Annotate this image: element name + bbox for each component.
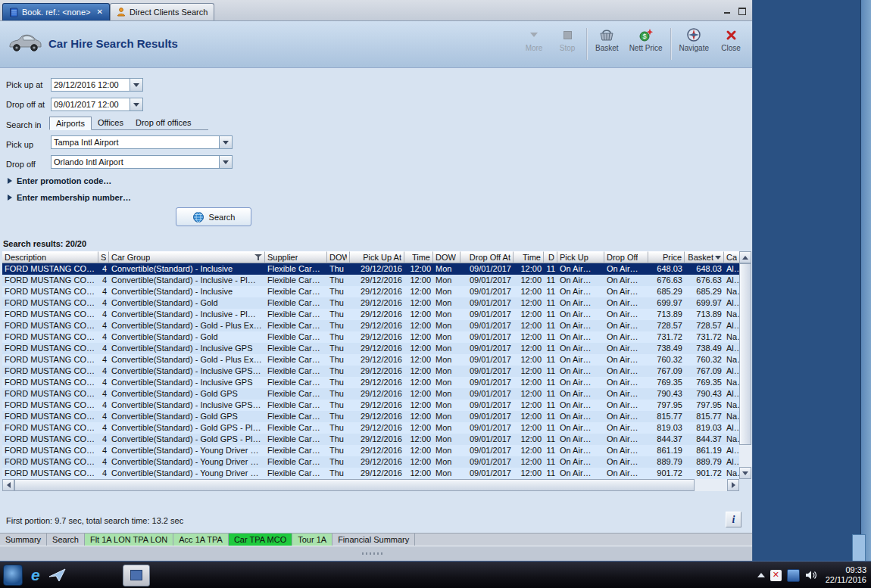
running-app-button[interactable] [123,565,150,586]
column-header-basket-14[interactable]: Basket [685,251,724,263]
stop-button[interactable]: Stop [551,23,584,54]
table-row[interactable]: FORD MUSTANG CO…4Convertible(Standard) -… [2,286,751,297]
table-row[interactable]: FORD MUSTANG CO…4Convertible(Standard) -… [2,366,751,377]
cell: 12:00 [514,263,544,275]
scroll-down-button[interactable] [739,467,751,479]
bottom-tab-summary[interactable]: Summary [0,534,47,546]
column-header-time-9[interactable]: Time [514,251,544,263]
bottom-tab-acc-1a-tpa[interactable]: Acc 1A TPA [173,534,229,546]
cell: 29/12/2016 [350,343,404,354]
table-row[interactable]: FORD MUSTANG CO…4Convertible(Standard) -… [2,275,751,286]
table-row[interactable]: FORD MUSTANG CO…4Convertible(Standard) -… [2,411,751,422]
dropoff-combo[interactable]: Orlando Intl Airport [51,155,233,169]
pickup-combo[interactable]: Tampa Intl Airport [51,135,233,149]
search-in-tab-drop-off-offices[interactable]: Drop off offices [130,117,198,129]
splitter-bar[interactable] [0,546,752,562]
tab-direct-clients-search[interactable]: Direct Clients Search [110,3,214,20]
scroll-right-button[interactable] [727,479,739,491]
scroll-left-button[interactable] [2,479,14,491]
horizontal-scrollbar[interactable] [2,479,739,491]
table-row[interactable]: FORD MUSTANG CO…4Convertible(Standard) -… [2,343,751,354]
column-header-d-10[interactable]: D [544,251,557,263]
vertical-scrollbar[interactable] [739,251,751,479]
scroll-up-button[interactable] [739,251,751,263]
column-header-price-13[interactable]: Price [648,251,685,263]
table-row[interactable]: FORD MUSTANG CO…4Convertible(Standard) -… [2,388,751,400]
filter-icon[interactable] [254,254,262,261]
table-row[interactable]: FORD MUSTANG CO…4Convertible(Standard) -… [2,434,751,445]
cell: 12:00 [514,445,544,456]
column-header-time-6[interactable]: Time [404,251,433,263]
chevron-down-icon[interactable] [130,98,142,110]
search-in-tab-airports[interactable]: Airports [49,117,92,130]
bottom-tab-financial-summary[interactable]: Financial Summary [332,534,415,546]
column-header-drop-off-at-8[interactable]: Drop Off At [460,251,514,263]
membership-number-expander[interactable]: Enter membership number… [8,193,131,202]
table-row[interactable]: FORD MUSTANG CO…4Convertible(Standard) -… [2,263,751,275]
column-header-drop-off-12[interactable]: Drop Off [604,251,648,263]
table-row[interactable]: FORD MUSTANG CO…4Convertible(Standard) -… [2,422,751,434]
info-button[interactable] [726,512,741,527]
bottom-tab-tour-1a[interactable]: Tour 1A [292,534,332,546]
column-header-car-group-2[interactable]: Car Group [109,251,265,263]
table-row[interactable]: FORD MUSTANG CO…4Convertible(Standard) -… [2,354,751,366]
column-header-pick-up-11[interactable]: Pick Up [557,251,604,263]
bottom-tab-flt-1a-lon-tpa-lon[interactable]: Flt 1A LON TPA LON [85,534,173,546]
table-row[interactable]: FORD MUSTANG CO…4Convertible(Standard) -… [2,456,751,468]
search-in-tab-offices[interactable]: Offices [92,117,130,129]
cell: 4 [98,263,109,275]
scrollbar-corner [739,479,751,491]
cell: Mon [433,354,460,366]
taskbar-clock[interactable]: 09:33 22/11/2016 [823,565,866,585]
navigate-button[interactable]: Navigate [674,23,714,54]
cell: Flexible Car… [265,275,327,286]
table-row[interactable]: FORD MUSTANG CO…4Convertible(Standard) -… [2,309,751,320]
notification-icon[interactable] [770,570,782,581]
minimize-button[interactable] [721,3,733,16]
show-hidden-icons-icon[interactable] [757,569,765,577]
maximize-button[interactable] [736,3,748,16]
cell: Convertible(Standard) - Inclusive - Pl… [109,275,265,286]
cell: On Air… [557,434,604,445]
network-icon[interactable] [787,569,800,582]
travel-app-icon[interactable] [48,568,67,583]
search-button[interactable]: Search [176,207,251,226]
chevron-down-icon[interactable] [219,156,232,168]
table-row[interactable]: FORD MUSTANG CO…4Convertible(Standard) -… [2,297,751,309]
internet-explorer-icon[interactable]: e [29,565,42,585]
column-header-supplier-3[interactable]: Supplier [265,251,327,263]
close-button[interactable]: Close [714,23,748,54]
cell: 12:00 [514,468,544,479]
more-button[interactable]: More [517,23,551,54]
table-row[interactable]: FORD MUSTANG CO…4Convertible(Standard) -… [2,445,751,456]
tab-booking-ref[interactable]: Book. ref.: <none> ✕ [2,3,110,20]
horizontal-scroll-thumb[interactable] [14,479,695,491]
table-row[interactable]: FORD MUSTANG CO…4Convertible(Standard) -… [2,331,751,343]
nett-price-button[interactable]: $ Nett Price [624,23,668,54]
cell: 09/01/2017 [460,388,514,400]
table-row[interactable]: FORD MUSTANG CO…4Convertible(Standard) -… [2,400,751,411]
pickup-at-combo[interactable]: 29/12/2016 12:00 [51,78,143,92]
cell: 648.03 [648,263,685,275]
column-header-s-1[interactable]: S [98,251,109,263]
speaker-icon[interactable] [805,569,817,581]
column-header-dow-7[interactable]: DOW [433,251,460,263]
column-header-dow-4[interactable]: DOW [327,251,350,263]
chevron-down-icon[interactable] [130,79,142,91]
cell: 12:00 [514,456,544,468]
table-row[interactable]: FORD MUSTANG CO…4Convertible(Standard) -… [2,320,751,331]
cell: 12:00 [404,411,433,422]
bottom-tab-search[interactable]: Search [47,534,85,546]
basket-button[interactable]: Basket [590,23,624,54]
table-row[interactable]: FORD MUSTANG CO…4Convertible(Standard) -… [2,468,751,479]
dropoff-at-combo[interactable]: 09/01/2017 12:00 [51,98,143,111]
promotion-code-expander[interactable]: Enter promotion code… [8,176,111,185]
table-row[interactable]: FORD MUSTANG CO…4Convertible(Standard) -… [2,377,751,388]
column-header-description-0[interactable]: Description [2,251,98,263]
chevron-down-icon[interactable] [219,136,232,148]
column-header-pick-up-at-5[interactable]: Pick Up At [350,251,404,263]
bottom-tab-car-tpa-mco[interactable]: Car TPA MCO [229,534,292,546]
start-button[interactable] [3,565,23,586]
tab-close-icon[interactable]: ✕ [97,8,103,16]
vertical-scroll-thumb[interactable] [739,263,751,445]
